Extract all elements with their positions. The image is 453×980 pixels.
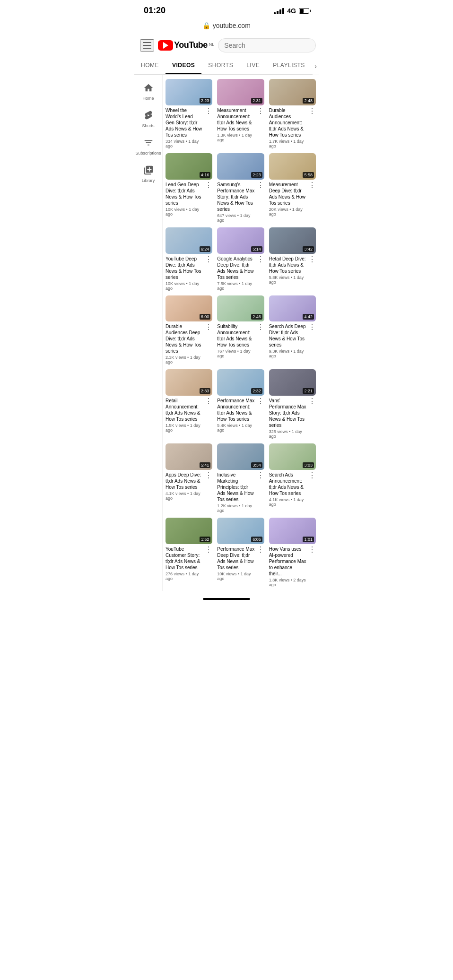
sidebar-item-library[interactable]: Library bbox=[134, 161, 162, 187]
video-title: Inclusive Marketing Principles: tl;dr Ad… bbox=[217, 472, 254, 503]
more-options-button[interactable]: ⋮ bbox=[205, 323, 212, 331]
video-meta: 647 views • 1 day ago bbox=[217, 213, 254, 223]
network-type: 4G bbox=[287, 7, 296, 15]
youtube-logo[interactable]: YouTube NL bbox=[158, 40, 214, 51]
nav-tab-playlists[interactable]: PLAYLISTS bbox=[266, 57, 312, 74]
video-meta: 10K views • 1 day ago bbox=[217, 572, 254, 581]
more-options-button[interactable]: ⋮ bbox=[257, 398, 264, 405]
sidebar-label: Subscriptions bbox=[135, 151, 161, 156]
video-card[interactable]: 2:23 Samsung's Performance Max Story: tl… bbox=[217, 153, 264, 223]
more-options-button[interactable]: ⋮ bbox=[308, 398, 316, 405]
nav-tab-live[interactable]: LIVE bbox=[240, 57, 266, 74]
video-title: Durable Audiences Deep Dive: tl;dr Ads N… bbox=[166, 323, 203, 354]
more-options-button[interactable]: ⋮ bbox=[257, 107, 264, 115]
more-options-button[interactable]: ⋮ bbox=[257, 256, 264, 263]
video-info: Durable Audiences Announcement: tl;dr Ad… bbox=[269, 107, 316, 148]
video-card[interactable]: 2:32 Performance Max Announcement: tl;dr… bbox=[217, 369, 264, 439]
video-card[interactable]: 5:14 Google Analytics Deep Dive: tl;dr A… bbox=[217, 227, 264, 291]
video-title: YouTube Customer Story: tl;dr Ads News &… bbox=[166, 546, 203, 571]
video-card[interactable]: 5:41 Apps Deep Dive: tl;dr Ads News & Ho… bbox=[166, 443, 212, 513]
video-card[interactable]: 3:34 Inclusive Marketing Principles: tl;… bbox=[217, 443, 264, 513]
video-meta: 10K views • 1 day ago bbox=[166, 281, 203, 291]
video-card[interactable]: 6:24 YouTube Deep Dive: tl;dr Ads News &… bbox=[166, 227, 212, 291]
video-card[interactable]: 5:58 Measurement Deep Dive: tl;dr Ads Ne… bbox=[269, 153, 316, 223]
nav-tabs-arrow[interactable]: › bbox=[313, 59, 319, 74]
video-card[interactable]: 4:42 Search Ads Deep Dive: tl;dr Ads New… bbox=[269, 295, 316, 365]
more-options-button[interactable]: ⋮ bbox=[257, 182, 264, 189]
video-info: Lead Gen Deep Dive: tl;dr Ads News & How… bbox=[166, 182, 212, 217]
more-options-button[interactable]: ⋮ bbox=[205, 546, 212, 554]
video-card[interactable]: 4:16 Lead Gen Deep Dive: tl;dr Ads News … bbox=[166, 153, 212, 223]
status-time: 01:20 bbox=[144, 6, 166, 16]
video-title: Vans' Performance Max Story: tl;dr Ads N… bbox=[269, 398, 306, 428]
video-duration: 6:05 bbox=[251, 537, 262, 542]
nav-tab-shorts[interactable]: SHORTS bbox=[201, 57, 240, 74]
more-options-button[interactable]: ⋮ bbox=[257, 546, 264, 554]
video-meta: 1.2K views • 1 day ago bbox=[217, 503, 254, 513]
video-duration: 5:41 bbox=[200, 462, 211, 468]
more-options-button[interactable]: ⋮ bbox=[257, 323, 264, 331]
video-grid: 2:23 Wheel the World's Lead Gen Story: t… bbox=[163, 75, 319, 591]
video-card[interactable]: 2:46 Suitability Announcement: tl;dr Ads… bbox=[217, 295, 264, 365]
more-options-button[interactable]: ⋮ bbox=[308, 256, 316, 263]
video-duration: 5:58 bbox=[303, 172, 314, 178]
video-thumbnail: 6:05 bbox=[217, 518, 264, 544]
more-options-button[interactable]: ⋮ bbox=[205, 107, 212, 115]
video-meta: 4.1K views • 1 day ago bbox=[269, 497, 306, 507]
video-card[interactable]: 2:48 Durable Audiences Announcement: tl;… bbox=[269, 79, 316, 148]
video-card[interactable]: 6:05 Performance Max Deep Dive: tl;dr Ad… bbox=[217, 518, 264, 587]
search-input[interactable] bbox=[224, 42, 307, 49]
more-options-button[interactable]: ⋮ bbox=[308, 107, 316, 115]
more-options-button[interactable]: ⋮ bbox=[308, 546, 316, 554]
more-options-button[interactable]: ⋮ bbox=[205, 472, 212, 479]
more-options-button[interactable]: ⋮ bbox=[205, 256, 212, 263]
video-meta: 7.5K views • 1 day ago bbox=[217, 281, 254, 291]
video-thumbnail: 5:14 bbox=[217, 227, 264, 254]
more-options-button[interactable]: ⋮ bbox=[257, 472, 264, 479]
nav-tabs-container: HOMEVIDEOSSHORTSLIVEPLAYLISTSCOMMUNITYCH… bbox=[134, 57, 319, 75]
sidebar-item-shorts[interactable]: Shorts bbox=[134, 106, 162, 132]
more-options-button[interactable]: ⋮ bbox=[308, 472, 316, 479]
sidebar-item-home[interactable]: Home bbox=[134, 79, 162, 104]
video-meta: 10K views • 1 day ago bbox=[166, 207, 203, 217]
video-info: Samsung's Performance Max Story: tl;dr A… bbox=[217, 182, 264, 223]
video-card[interactable]: 1:52 YouTube Customer Story: tl;dr Ads N… bbox=[166, 518, 212, 587]
more-options-button[interactable]: ⋮ bbox=[308, 323, 316, 331]
video-card[interactable]: 2:21 Vans' Performance Max Story: tl;dr … bbox=[269, 369, 316, 439]
video-card[interactable]: 3:03 Search Ads Announcement: tl;dr Ads … bbox=[269, 443, 316, 513]
video-thumbnail: 1:52 bbox=[166, 518, 212, 544]
video-meta: 1.7K views • 1 day ago bbox=[269, 139, 306, 148]
video-card[interactable]: 6:00 Durable Audiences Deep Dive: tl;dr … bbox=[166, 295, 212, 365]
video-thumbnail: 3:42 bbox=[269, 227, 316, 254]
video-info: Retail Deep Dive: tl;dr Ads News & How T… bbox=[269, 256, 316, 285]
video-card[interactable]: 2:33 Retail Announcement: tl;dr Ads News… bbox=[166, 369, 212, 439]
nav-tab-home[interactable]: HOME bbox=[134, 57, 166, 74]
battery-icon bbox=[299, 8, 309, 14]
sidebar: HomeShortsSubscriptionsLibrary bbox=[134, 75, 163, 591]
video-duration: 2:32 bbox=[251, 388, 262, 394]
search-bar[interactable] bbox=[218, 38, 316, 52]
video-card[interactable]: 2:31 Measurement Announcement: tl;dr Ads… bbox=[217, 79, 264, 148]
sidebar-item-subscriptions[interactable]: Subscriptions bbox=[134, 134, 162, 159]
video-card[interactable]: 3:42 Retail Deep Dive: tl;dr Ads News & … bbox=[269, 227, 316, 291]
sidebar-label: Library bbox=[142, 178, 155, 183]
more-options-button[interactable]: ⋮ bbox=[205, 182, 212, 189]
video-thumbnail: 3:03 bbox=[269, 443, 316, 470]
url-text: youtube.com bbox=[213, 22, 251, 29]
address-bar[interactable]: 🔒 youtube.com bbox=[134, 19, 319, 34]
hamburger-button[interactable] bbox=[140, 39, 154, 52]
nav-tabs: HOMEVIDEOSSHORTSLIVEPLAYLISTSCOMMUNITYCH… bbox=[134, 57, 313, 75]
sidebar-label: Shorts bbox=[142, 123, 154, 128]
video-card[interactable]: 1:01 How Vans uses AI-powered Performanc… bbox=[269, 518, 316, 587]
home-icon bbox=[143, 83, 154, 95]
video-title: Durable Audiences Announcement: tl;dr Ad… bbox=[269, 107, 306, 138]
video-info: Vans' Performance Max Story: tl;dr Ads N… bbox=[269, 398, 316, 439]
video-thumbnail: 2:32 bbox=[217, 369, 264, 396]
more-options-button[interactable]: ⋮ bbox=[308, 182, 316, 189]
more-options-button[interactable]: ⋮ bbox=[205, 398, 212, 405]
video-duration: 2:31 bbox=[251, 98, 262, 104]
nav-tab-videos[interactable]: VIDEOS bbox=[166, 57, 201, 74]
signal-icon bbox=[274, 8, 284, 14]
video-duration: 2:48 bbox=[303, 98, 314, 104]
video-card[interactable]: 2:23 Wheel the World's Lead Gen Story: t… bbox=[166, 79, 212, 148]
